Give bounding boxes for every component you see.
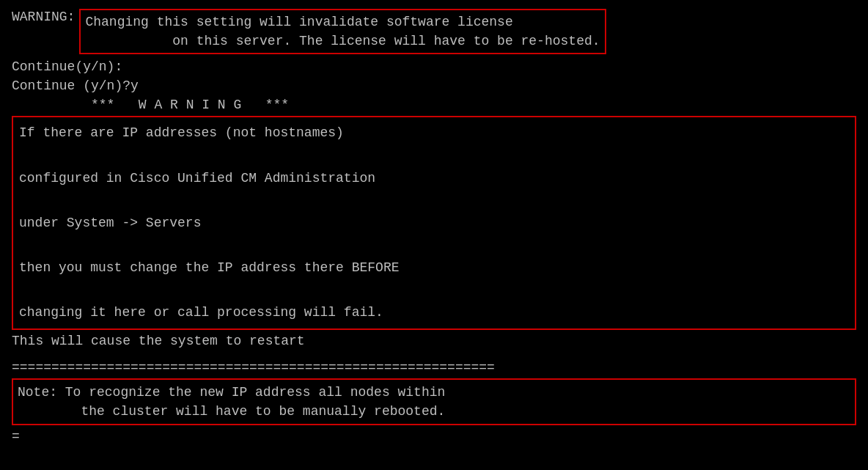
ip-line7: then you must change the IP address ther…: [19, 257, 849, 279]
warning-line1: Changing this setting will invalidate so…: [85, 12, 600, 32]
divider-top: ========================================…: [12, 358, 856, 377]
continue-yn-1: Continue(y/n):: [12, 57, 856, 76]
restart-notice: This will cause the system to restart: [12, 331, 856, 350]
ip-line9: changing it here or call processing will…: [19, 301, 849, 324]
ip-line2: [19, 144, 849, 167]
note-line1: Note: To recognize the new IP address al…: [18, 383, 850, 402]
ip-line8: [19, 279, 849, 302]
warning-stars: *** W A R N I N G ***: [12, 95, 856, 114]
note-box: Note: To recognize the new IP address al…: [12, 378, 856, 425]
ip-line4: [19, 189, 849, 212]
ip-line1: If there are IP addresses (not hostnames…: [19, 122, 849, 144]
ip-warning-box: If there are IP addresses (not hostnames…: [12, 116, 856, 329]
warning-box: Changing this setting will invalidate so…: [79, 9, 606, 54]
continue-yn-2: Continue (y/n)?y: [12, 76, 856, 95]
divider-bottom: =: [12, 427, 856, 446]
warning-label: WARNING:: [12, 7, 75, 26]
note-line2: the cluster will have to be manually reb…: [18, 402, 850, 421]
ip-line5: under System -> Servers: [19, 212, 849, 235]
terminal-screen: WARNING: Changing this setting will inva…: [12, 7, 856, 470]
ip-line3: configured in Cisco Unified CM Administr…: [19, 167, 849, 190]
warning-line2: on this server. The license will have to…: [85, 32, 600, 51]
ip-line6: [19, 234, 849, 257]
continue-yn-final: Continue (y/n)?: [12, 460, 856, 470]
